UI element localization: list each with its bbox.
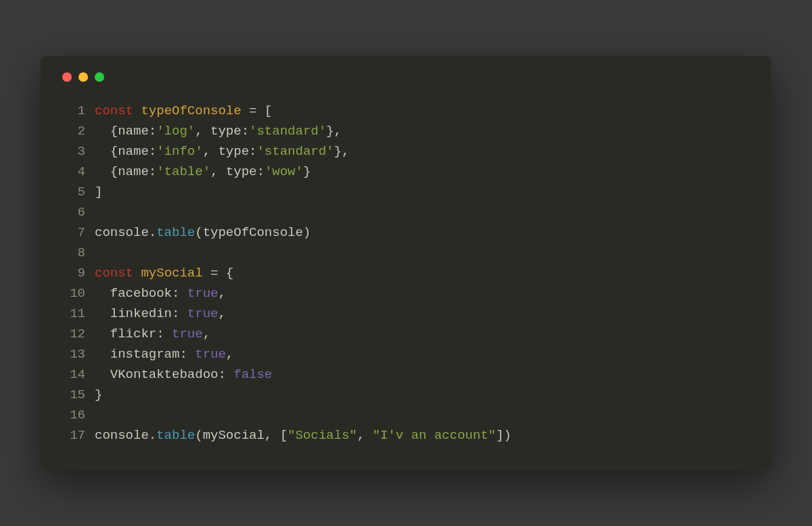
line-number: 15 xyxy=(60,385,85,405)
line-content: const mySocial = { xyxy=(95,263,233,283)
code-token: , xyxy=(226,347,233,362)
line-number: 5 xyxy=(60,182,85,202)
code-token: "I'v an account" xyxy=(373,428,496,443)
code-line: 16 xyxy=(60,405,752,425)
line-content: {name:'info', type:'standard'}, xyxy=(95,141,349,162)
line-content: facebook: true, xyxy=(95,283,226,304)
code-token: flickr: xyxy=(95,327,172,341)
line-number: 13 xyxy=(60,344,85,364)
line-number: 17 xyxy=(60,425,85,446)
code-token: }, xyxy=(326,124,342,139)
code-token: (mySocial, [ xyxy=(195,428,288,443)
maximize-icon[interactable] xyxy=(95,72,104,82)
code-token: = { xyxy=(203,266,234,281)
line-content: instagram: true, xyxy=(95,344,233,364)
code-token: , type: xyxy=(195,124,249,139)
code-token: {name: xyxy=(95,144,156,159)
code-token: true xyxy=(195,347,226,362)
code-line: 15} xyxy=(60,385,752,405)
code-token: console. xyxy=(95,225,156,240)
code-token: (typeOfConsole) xyxy=(195,225,311,240)
code-line: 10 facebook: true, xyxy=(60,283,752,304)
code-token: ]) xyxy=(496,428,512,443)
code-line: 14 VKontaktebadoo: false xyxy=(60,364,752,385)
code-token: facebook: xyxy=(95,286,187,301)
code-token: VKontaktebadoo: xyxy=(95,367,233,382)
code-line: 5] xyxy=(60,182,752,202)
code-token: 'standard' xyxy=(249,124,326,139)
line-number: 2 xyxy=(60,121,85,141)
line-number: 14 xyxy=(60,364,85,385)
line-number: 6 xyxy=(60,202,85,222)
line-number: 4 xyxy=(60,162,85,182)
line-number: 7 xyxy=(60,222,85,243)
code-token: = [ xyxy=(242,103,273,118)
line-content xyxy=(95,243,102,263)
code-token: "Socials" xyxy=(288,428,357,443)
code-token: true xyxy=(187,286,219,301)
minimize-icon[interactable] xyxy=(78,72,88,82)
line-content xyxy=(95,405,102,425)
code-token: true xyxy=(172,327,203,341)
code-line: 1const typeOfConsole = [ xyxy=(60,101,752,121)
line-number: 12 xyxy=(60,324,85,344)
code-token: }, xyxy=(334,144,350,159)
code-token: instagram: xyxy=(95,347,195,362)
code-token: , xyxy=(218,286,225,301)
code-token: } xyxy=(95,387,102,402)
code-token: 'info' xyxy=(156,144,202,159)
code-token: , type: xyxy=(210,164,265,179)
line-content: } xyxy=(95,385,102,405)
code-line: 12 flickr: true, xyxy=(60,324,752,344)
code-token: const xyxy=(95,266,141,281)
code-editor[interactable]: 1const typeOfConsole = [2 {name:'log', t… xyxy=(60,101,752,446)
code-token: , xyxy=(218,306,225,321)
code-token: table xyxy=(156,225,195,240)
code-token: 'wow' xyxy=(265,164,303,179)
code-token: mySocial xyxy=(141,266,202,281)
code-token: , xyxy=(357,428,373,443)
code-token: 'log' xyxy=(156,124,195,139)
line-content xyxy=(95,202,102,222)
code-line: 8 xyxy=(60,243,752,263)
line-number: 9 xyxy=(60,263,85,283)
code-token: linkedin: xyxy=(95,306,187,321)
code-token: typeOfConsole xyxy=(141,103,241,118)
code-token: , type: xyxy=(203,144,257,159)
code-window: 1const typeOfConsole = [2 {name:'log', t… xyxy=(41,56,771,470)
code-token: {name: xyxy=(95,124,156,139)
line-number: 8 xyxy=(60,243,85,263)
code-token: } xyxy=(303,164,311,179)
code-token: {name: xyxy=(95,164,156,179)
code-token: const xyxy=(95,103,141,118)
code-line: 3 {name:'info', type:'standard'}, xyxy=(60,141,752,162)
code-token: console. xyxy=(95,428,156,443)
window-titlebar xyxy=(60,72,752,82)
code-line: 17console.table(mySocial, ["Socials", "I… xyxy=(60,425,752,446)
code-token: ] xyxy=(95,185,102,199)
line-number: 1 xyxy=(60,101,85,121)
line-content: console.table(typeOfConsole) xyxy=(95,222,311,243)
code-token: false xyxy=(233,367,272,382)
line-content: ] xyxy=(95,182,102,202)
line-content: flickr: true, xyxy=(95,324,210,344)
line-content: {name:'table', type:'wow'} xyxy=(95,162,311,182)
line-number: 11 xyxy=(60,304,85,324)
line-content: console.table(mySocial, ["Socials", "I'v… xyxy=(95,425,512,446)
line-number: 3 xyxy=(60,141,85,162)
code-token: 'standard' xyxy=(256,144,334,159)
code-line: 4 {name:'table', type:'wow'} xyxy=(60,162,752,182)
code-line: 6 xyxy=(60,202,752,222)
code-line: 9const mySocial = { xyxy=(60,263,752,283)
code-line: 2 {name:'log', type:'standard'}, xyxy=(60,121,752,141)
code-token: true xyxy=(187,306,219,321)
line-number: 16 xyxy=(60,405,85,425)
line-content: {name:'log', type:'standard'}, xyxy=(95,121,342,141)
code-line: 7console.table(typeOfConsole) xyxy=(60,222,752,243)
close-icon[interactable] xyxy=(62,72,72,82)
code-token: table xyxy=(156,428,195,443)
line-content: VKontaktebadoo: false xyxy=(95,364,272,385)
line-content: const typeOfConsole = [ xyxy=(95,101,272,121)
code-token: 'table' xyxy=(156,164,210,179)
line-number: 10 xyxy=(60,283,85,304)
